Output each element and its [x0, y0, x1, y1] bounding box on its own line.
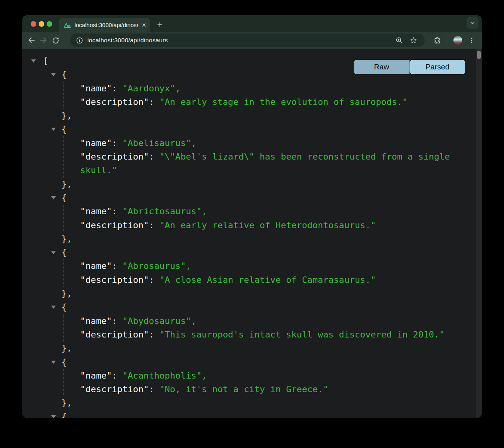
new-tab-button[interactable] [154, 19, 166, 31]
json-object-open-row: { [45, 122, 465, 136]
open-brace: { [61, 69, 67, 79]
toolbar: localhost:3000/api/dinosaurs [22, 32, 482, 49]
json-object-properties: "name": "Acanthopholis","description": "… [63, 369, 465, 397]
collapse-triangle-icon[interactable] [51, 306, 56, 309]
json-key: "description" [80, 275, 149, 285]
toolbar-separator [447, 37, 447, 44]
minimize-window-button[interactable] [39, 21, 44, 27]
json-key: "name" [80, 261, 112, 271]
collapse-triangle-icon[interactable] [51, 251, 56, 254]
json-string-value: "A close Asian relative of Camarasaurus.… [159, 275, 376, 285]
json-key: "name" [80, 316, 112, 326]
site-info-icon[interactable] [76, 37, 83, 44]
json-object-open-row-partial: { [45, 410, 465, 418]
profile-avatar[interactable] [453, 36, 463, 45]
json-object-open-row: { [45, 246, 465, 259]
scrollbar-thumb[interactable] [477, 51, 481, 59]
json-object-properties: "name": "Aardonyx","description": "An ea… [63, 82, 465, 109]
traffic-lights [31, 21, 52, 27]
url-text: localhost:3000/api/dinosaurs [87, 37, 395, 44]
json-string-value: "Abelisaurus", [122, 138, 196, 148]
json-string-value: "Abydosaurus", [122, 316, 196, 326]
zoom-magnifier-icon[interactable] [395, 36, 403, 44]
collapse-triangle-icon[interactable] [51, 196, 56, 199]
json-property-row: "name": "Abydosaurus", [80, 314, 465, 328]
json-property-row: "name": "Aardonyx", [80, 82, 465, 95]
json-object-properties: "name": "Abelisaurus","description": "\"… [63, 136, 465, 178]
close-brace: }, [61, 398, 72, 408]
json-string-value: "Aardonyx", [122, 83, 181, 93]
collapse-triangle-icon[interactable] [31, 59, 36, 63]
json-property-row: "description": "\"Abel's lizard\" has be… [80, 150, 465, 178]
json-key: "name" [80, 83, 112, 93]
key-value-separator: : [112, 83, 122, 93]
json-object-close-row: }, [45, 109, 465, 122]
json-object-open-row: { [45, 300, 465, 314]
json-object-properties: "name": "Abrictosaurus","description": "… [63, 205, 465, 232]
json-property-row: "name": "Abrosaurus", [80, 259, 465, 273]
json-property-row: "description": "A close Asian relative o… [80, 273, 465, 287]
json-key: "name" [80, 206, 112, 216]
close-brace: }, [61, 234, 72, 244]
json-string-value: "No, it's not a city in Greece." [159, 384, 329, 394]
raw-view-button[interactable]: Raw [354, 60, 410, 74]
key-value-separator: : [112, 371, 122, 381]
key-value-separator: : [112, 316, 122, 326]
json-string-value: "An early relative of Heterodontosaurus.… [159, 220, 376, 230]
json-property-row: "description": "An early relative of Het… [80, 219, 465, 232]
bookmark-star-icon[interactable] [410, 36, 417, 44]
json-key: "name" [80, 138, 112, 148]
open-brace: { [61, 124, 67, 134]
key-value-separator: : [112, 138, 122, 148]
collapse-triangle-icon[interactable] [51, 361, 56, 364]
site-favicon-mountain-icon [63, 22, 71, 29]
collapse-triangle-icon[interactable] [51, 415, 56, 418]
tab-title: localhost:3000/api/dinosaurs [75, 22, 138, 28]
forward-button[interactable] [37, 34, 49, 46]
close-brace: }, [61, 288, 72, 298]
close-window-button[interactable] [31, 21, 36, 27]
key-value-separator: : [112, 206, 122, 216]
json-object-open-row: { [45, 355, 465, 369]
parsed-view-button[interactable]: Parsed [410, 60, 465, 74]
close-brace: }, [61, 343, 72, 353]
extensions-puzzle-icon[interactable] [433, 36, 441, 45]
vertical-scrollbar[interactable] [476, 49, 482, 418]
json-property-row: "description": "An early stage in the ev… [80, 95, 465, 109]
open-brace: { [61, 193, 67, 203]
open-brace: { [61, 302, 67, 312]
collapse-triangle-icon[interactable] [51, 73, 56, 76]
kebab-menu-icon[interactable] [468, 37, 475, 44]
key-value-separator: : [149, 330, 159, 339]
json-key: "description" [80, 330, 149, 339]
zoom-window-button[interactable] [47, 21, 52, 27]
json-string-value: "This sauropod's intact skull was discov… [159, 330, 445, 339]
open-brace: { [61, 412, 67, 418]
json-object-close-row: }, [45, 178, 465, 191]
root-bracket: [ [43, 56, 48, 66]
collapse-triangle-icon[interactable] [51, 128, 56, 131]
json-object-open-row: { [45, 191, 465, 205]
json-property-row: "description": "This sauropod's intact s… [80, 328, 465, 341]
json-object-properties: "name": "Abydosaurus","description": "Th… [63, 314, 465, 342]
address-bar[interactable]: localhost:3000/api/dinosaurs [70, 34, 425, 47]
tab-search-chevron-button[interactable] [467, 17, 478, 29]
key-value-separator: : [112, 261, 122, 271]
json-key: "description" [80, 97, 149, 107]
tab-strip: localhost:3000/api/dinosaurs ✕ [22, 15, 482, 32]
tab-close-icon[interactable]: ✕ [142, 22, 146, 28]
key-value-separator: : [149, 97, 159, 107]
json-string-value: "Abrosaurus", [122, 261, 191, 271]
key-value-separator: : [149, 384, 159, 394]
json-view-toggle: Raw Parsed [354, 60, 465, 74]
json-object-close-row: }, [45, 396, 465, 410]
json-string-value: "An early stage in the evolution of saur… [159, 97, 408, 107]
open-brace: { [61, 247, 67, 257]
reload-button[interactable] [49, 34, 61, 46]
browser-tab[interactable]: localhost:3000/api/dinosaurs ✕ [59, 18, 150, 32]
json-property-row: "name": "Abrictosaurus", [80, 205, 465, 218]
close-brace: }, [61, 111, 72, 120]
json-object-close-row: }, [45, 232, 465, 246]
back-button[interactable] [26, 34, 37, 46]
json-key: "description" [80, 152, 149, 162]
